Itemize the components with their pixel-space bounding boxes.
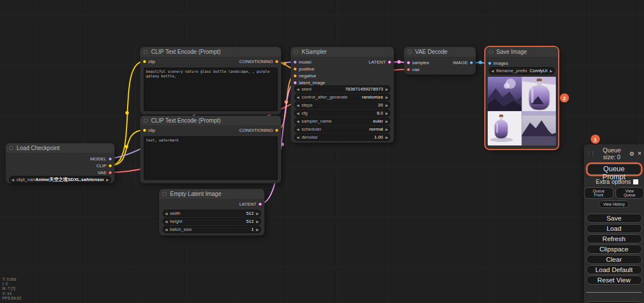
port-dot-icon[interactable] xyxy=(108,157,112,161)
prompt-textarea[interactable]: beautiful scenery nature glass bottle la… xyxy=(144,68,278,111)
widget-scheduler[interactable]: ◀schedulernormal▶ xyxy=(294,125,390,133)
view-history-button[interactable]: View History xyxy=(599,200,630,208)
input-port-clip[interactable]: clip xyxy=(143,58,155,65)
widget-batch-size[interactable]: ◀batch_size1▶ xyxy=(163,226,261,233)
drag-handle-icon[interactable]: ⋮⋮ xyxy=(586,151,594,156)
node-clip-text-encode-negative[interactable]: CLIP Text Encode (Prompt)clipCONDITIONIN… xyxy=(140,116,281,183)
refresh-button[interactable]: Refresh xyxy=(586,234,642,243)
widget-right-arrow-icon[interactable]: ▶ xyxy=(383,95,390,99)
widget-left-arrow-icon[interactable]: ◀ xyxy=(163,227,170,231)
port-dot-icon[interactable] xyxy=(469,61,473,65)
port-dot-icon[interactable] xyxy=(258,202,262,206)
widget-left-arrow-icon[interactable]: ◀ xyxy=(9,178,17,182)
output-port-conditioning[interactable]: CONDITIONING xyxy=(239,58,279,65)
widget-left-arrow-icon[interactable]: ◀ xyxy=(294,87,302,91)
widget-right-arrow-icon[interactable]: ▶ xyxy=(254,219,261,223)
clipspace-button[interactable]: Clipspace xyxy=(586,245,642,254)
widget-left-arrow-icon[interactable]: ◀ xyxy=(294,135,302,139)
widget-filename-prefix[interactable]: ◀filename_prefixComfyUI▶ xyxy=(489,67,555,74)
collapse-dot-icon[interactable] xyxy=(489,50,493,54)
node-load-checkpoint[interactable]: Load CheckpointMODELCLIPVAE◀ckpt_namAnim… xyxy=(6,143,114,183)
node-ksampler[interactable]: KSamplermodelpositivenegativelatent_imag… xyxy=(291,47,394,143)
save-button[interactable]: Save xyxy=(586,214,642,223)
port-dot-icon[interactable] xyxy=(488,61,492,65)
port-dot-icon[interactable] xyxy=(406,68,410,72)
load-button[interactable]: Load xyxy=(586,224,642,233)
collapse-dot-icon[interactable] xyxy=(144,119,148,123)
output-port-latent[interactable]: LATENT xyxy=(239,200,262,207)
port-dot-icon[interactable] xyxy=(108,171,112,175)
extra-options-checkbox[interactable] xyxy=(633,179,638,184)
output-port-conditioning[interactable]: CONDITIONING xyxy=(239,127,279,133)
node-vae-decode[interactable]: VAE DecodesamplesvaeIMAGE xyxy=(404,47,476,74)
clear-button[interactable]: Clear xyxy=(586,255,642,264)
port-dot-icon[interactable] xyxy=(293,74,297,78)
widget-left-arrow-icon[interactable]: ◀ xyxy=(294,119,302,123)
widget-right-arrow-icon[interactable]: ▶ xyxy=(104,178,111,182)
close-icon[interactable]: ✕ xyxy=(636,151,642,156)
input-port-negative[interactable]: negative xyxy=(293,72,316,79)
manager-button[interactable]: Manager xyxy=(586,301,642,303)
collapse-dot-icon[interactable] xyxy=(163,192,167,196)
prompt-textarea[interactable]: text, watermark xyxy=(144,136,278,180)
output-port-model[interactable]: MODEL xyxy=(90,155,112,162)
port-dot-icon[interactable] xyxy=(406,61,410,65)
widget-control-after-generate[interactable]: ◀control_after_generaterandomize▶ xyxy=(294,93,390,101)
widget-left-arrow-icon[interactable]: ◀ xyxy=(163,211,170,215)
collapse-dot-icon[interactable] xyxy=(294,50,298,54)
widget-height[interactable]: ◀height512▶ xyxy=(163,218,261,225)
widget-left-arrow-icon[interactable]: ◀ xyxy=(294,103,302,107)
widget-right-arrow-icon[interactable]: ▶ xyxy=(383,111,390,115)
widget-sampler-name[interactable]: ◀sampler_nameeuler▶ xyxy=(294,117,390,125)
widget-right-arrow-icon[interactable]: ▶ xyxy=(254,211,261,215)
queue-front-button[interactable]: Queue Front xyxy=(584,187,614,199)
port-dot-icon[interactable] xyxy=(388,60,392,64)
widget-right-arrow-icon[interactable]: ▶ xyxy=(547,69,555,73)
output-port-clip[interactable]: CLIP xyxy=(96,162,112,169)
port-dot-icon[interactable] xyxy=(293,81,297,85)
widget-right-arrow-icon[interactable]: ▶ xyxy=(383,127,390,131)
queue-prompt-button[interactable]: Queue Prompt xyxy=(587,164,641,175)
reset-view-button[interactable]: Reset View xyxy=(586,276,642,285)
widget-ckpt-nam[interactable]: ◀ckpt_namAnime天空之境SDXL.safetensors▶ xyxy=(9,176,111,183)
output-port-latent[interactable]: LATENT xyxy=(369,58,392,65)
port-dot-icon[interactable] xyxy=(275,60,279,64)
widget-right-arrow-icon[interactable]: ▶ xyxy=(383,103,390,107)
input-port-model[interactable]: model xyxy=(293,58,311,65)
widget-right-arrow-icon[interactable]: ▶ xyxy=(383,87,390,91)
settings-gear-icon[interactable]: ⚙ xyxy=(629,151,634,157)
port-dot-icon[interactable] xyxy=(275,128,279,132)
output-port-image[interactable]: IMAGE xyxy=(453,59,473,66)
widget-right-arrow-icon[interactable]: ▶ xyxy=(254,227,261,231)
view-queue-button[interactable]: View Queue xyxy=(615,187,644,199)
port-dot-icon[interactable] xyxy=(143,60,147,64)
input-port-positive[interactable]: positive xyxy=(293,65,314,72)
node-save-image[interactable]: Save Imageimages◀filename_prefixComfyUI▶ xyxy=(485,47,558,149)
widget-left-arrow-icon[interactable]: ◀ xyxy=(294,111,302,115)
comfyui-canvas[interactable]: Load CheckpointMODELCLIPVAE◀ckpt_namAnim… xyxy=(0,0,644,303)
widget-cfg[interactable]: ◀cfg8.0▶ xyxy=(294,109,390,117)
port-dot-icon[interactable] xyxy=(293,67,297,71)
widget-denoise[interactable]: ◀denoise1.00▶ xyxy=(294,133,390,141)
widget-steps[interactable]: ◀steps20▶ xyxy=(294,101,390,109)
widget-width[interactable]: ◀width512▶ xyxy=(163,210,261,217)
widget-left-arrow-icon[interactable]: ◀ xyxy=(294,127,302,131)
widget-right-arrow-icon[interactable]: ▶ xyxy=(383,119,390,123)
output-port-vae[interactable]: VAE xyxy=(98,169,112,176)
widget-left-arrow-icon[interactable]: ◀ xyxy=(163,219,170,223)
node-empty-latent-image[interactable]: Empty Latent ImageLATENT◀width512▶◀heigh… xyxy=(159,189,264,235)
input-port-images[interactable]: images xyxy=(488,60,508,66)
collapse-dot-icon[interactable] xyxy=(144,50,148,54)
widget-seed[interactable]: ◀seed783671459278973▶ xyxy=(294,85,390,93)
widget-right-arrow-icon[interactable]: ▶ xyxy=(383,135,390,139)
port-dot-icon[interactable] xyxy=(108,164,112,168)
collapse-dot-icon[interactable] xyxy=(408,50,412,54)
collapse-dot-icon[interactable] xyxy=(9,146,13,150)
input-port-clip[interactable]: clip xyxy=(143,127,155,133)
widget-left-arrow-icon[interactable]: ◀ xyxy=(489,69,496,73)
input-port-samples[interactable]: samples xyxy=(406,59,429,66)
input-port-vae[interactable]: vae xyxy=(406,66,420,73)
load-default-button[interactable]: Load Default xyxy=(586,265,642,274)
port-dot-icon[interactable] xyxy=(293,60,297,64)
node-clip-text-encode-positive[interactable]: CLIP Text Encode (Prompt)clipCONDITIONIN… xyxy=(140,47,281,115)
